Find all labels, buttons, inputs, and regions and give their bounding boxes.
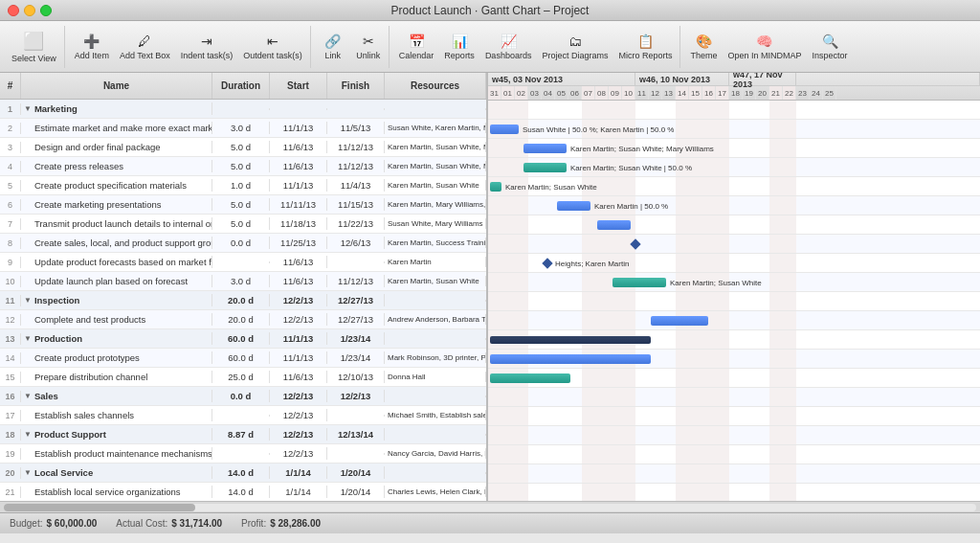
table-row[interactable]: 17Establish sales channels12/2/13Michael…	[0, 406, 486, 425]
table-row[interactable]: 14Create product prototypes60.0 d11/1/13…	[0, 349, 486, 368]
table-row[interactable]: 18▼Product Support8.87 d12/2/1312/13/14	[0, 425, 486, 444]
profit-status: Profit: $ 28,286.00	[241, 518, 321, 529]
gantt-day-cell: 09	[609, 86, 622, 100]
row-finish	[327, 108, 385, 110]
row-duration: 60.0 d	[212, 351, 270, 364]
row-name: Create marketing presentations	[21, 198, 212, 211]
gantt-day-cell: 05	[555, 86, 568, 100]
row-start: 11/1/13	[270, 122, 327, 134]
gantt-bar	[490, 124, 519, 134]
gantt-day-cell: 11	[635, 86, 649, 100]
toolbar-group-theme: 🎨 Theme 🧠 Open In MINDMAP 🔍 Inspector	[682, 26, 855, 68]
row-duration	[212, 453, 270, 455]
table-row[interactable]: 21Establish local service organizations1…	[0, 483, 486, 501]
main-content: # Name Duration Start Finish Resources 1…	[0, 73, 980, 501]
table-row[interactable]: 7Transmit product launch details to inte…	[0, 215, 486, 234]
theme-icon: 🎨	[696, 34, 712, 49]
row-resources: Karen Martin, Mary Williams, Projec...	[385, 199, 486, 210]
actual-cost-status: Actual Cost: $ 31,714.00	[116, 518, 222, 529]
micro-reports-button[interactable]: 📋 Micro Reports	[613, 28, 677, 66]
link-icon: 🔗	[324, 34, 341, 49]
row-name: ▼Marketing	[21, 102, 212, 115]
gantt-row	[488, 215, 980, 235]
row-finish: 12/27/13	[327, 313, 385, 326]
row-num: 2	[0, 123, 21, 134]
table-row[interactable]: 20▼Local Service14.0 d1/1/141/20/14	[0, 464, 486, 483]
row-start: 11/6/13	[270, 371, 327, 383]
row-num: 3	[0, 142, 21, 153]
table-row[interactable]: 1▼Marketing	[0, 100, 486, 119]
horizontal-scrollbar[interactable]	[0, 501, 980, 512]
open-mindmap-button[interactable]: 🧠 Open In MINDMAP	[723, 28, 806, 66]
row-num: 4	[0, 161, 21, 172]
indent-button[interactable]: ⇥ Indent task(s)	[176, 28, 238, 66]
link-button[interactable]: 🔗 Link	[316, 28, 350, 66]
row-finish: 11/22/13	[327, 217, 385, 230]
gantt-row	[488, 350, 980, 369]
row-name: Transmit product launch details to inter…	[21, 217, 212, 230]
table-row[interactable]: 3Design and order final package5.0 d11/6…	[0, 138, 486, 157]
theme-button[interactable]: 🎨 Theme	[685, 28, 722, 66]
scrollbar-thumb[interactable]	[4, 504, 195, 511]
row-duration: 3.0 d	[212, 275, 270, 287]
table-row[interactable]: 8Create sales, local, and product suppor…	[0, 234, 486, 253]
row-name: Create press releases	[21, 160, 212, 172]
table-row[interactable]: 15Prepare distribution channel25.0 d11/6…	[0, 368, 486, 387]
row-duration	[212, 108, 270, 110]
gantt-day-cell: 07	[582, 86, 595, 100]
gantt-day-cell: 10	[622, 86, 635, 100]
gantt-row	[488, 330, 980, 350]
row-resources: Andrew Anderson, Barbara Taylor, Ti Wils…	[385, 314, 486, 325]
table-row[interactable]: 2Estimate market and make more exact mar…	[0, 119, 486, 138]
row-start: 11/11/13	[270, 198, 327, 211]
row-finish: 1/20/14	[327, 486, 385, 498]
dashboards-button[interactable]: 📈 Dashboards	[480, 28, 537, 66]
add-item-icon: ➕	[83, 34, 100, 49]
table-row[interactable]: 13▼Production60.0 d11/1/131/23/14	[0, 329, 486, 349]
row-name: Update launch plan based on forecast	[21, 275, 212, 287]
row-finish: 12/10/13	[327, 371, 385, 383]
gantt-bar	[523, 163, 567, 172]
row-name: Create product specification materials	[21, 179, 212, 192]
close-button[interactable]	[8, 5, 19, 16]
outdent-button[interactable]: ⇤ Outdent task(s)	[238, 28, 307, 66]
table-row[interactable]: 6Create marketing presentations5.0 d11/1…	[0, 195, 486, 215]
maximize-button[interactable]	[40, 5, 52, 16]
row-name: Update product forecasts based on market…	[21, 256, 212, 268]
row-resources: Nancy Garcia, David Harris, Establ maint…	[385, 448, 486, 459]
add-item-button[interactable]: ➕ Add Item	[70, 28, 114, 66]
inspector-button[interactable]: 🔍 Inspector	[808, 28, 853, 66]
row-num: 14	[0, 352, 21, 364]
gantt-bar-label: Karen Martin | 50.0 %	[594, 201, 668, 210]
gantt-bar	[612, 278, 666, 287]
gantt-row: Karen Martin; Susan White | 50.0 %	[488, 158, 980, 177]
week-label-more	[796, 73, 980, 85]
table-row[interactable]: 11▼Inspection20.0 d12/2/1312/27/13	[0, 291, 486, 310]
table-row[interactable]: 10Update launch plan based on forecast3.…	[0, 272, 486, 291]
scrollbar-track	[4, 504, 976, 511]
minimize-button[interactable]	[24, 5, 35, 16]
row-start: 12/2/13	[270, 390, 327, 402]
reports-button[interactable]: 📊 Reports	[439, 28, 479, 66]
add-textbox-button[interactable]: 🖊 Add Text Box	[115, 28, 175, 66]
select-view-button[interactable]: ⬜ Select View	[7, 28, 61, 66]
table-row[interactable]: 4Create press releases5.0 d11/6/1311/12/…	[0, 157, 486, 176]
micro-reports-icon: 📋	[637, 34, 654, 49]
table-row[interactable]: 19Establish product maintenance mechanis…	[0, 444, 486, 464]
gantt-row	[488, 388, 980, 407]
table-row[interactable]: 16▼Sales0.0 d12/2/1312/2/13	[0, 387, 486, 406]
calendar-button[interactable]: 📅 Calendar	[394, 28, 439, 66]
project-diagrams-button[interactable]: 🗂 Project Diagrams	[537, 28, 612, 66]
table-row[interactable]: 9Update product forecasts based on marke…	[0, 253, 486, 272]
gantt-milestone	[542, 258, 552, 268]
unlink-button[interactable]: ✂ Unlink	[351, 28, 386, 66]
row-resources	[385, 434, 486, 436]
gantt-chart: w45, 03 Nov 2013 w46, 10 Nov 2013 w47, 1…	[488, 73, 980, 501]
row-num: 21	[0, 486, 21, 498]
row-num: 7	[0, 218, 21, 230]
table-row[interactable]: 5Create product specification materials1…	[0, 176, 486, 195]
row-resources: Donna Hall	[385, 372, 486, 382]
gantt-row: Susan White | 50.0 %; Karen Martin | 50.…	[488, 120, 980, 139]
window-controls[interactable]	[8, 5, 52, 16]
table-row[interactable]: 12Complete and test products20.0 d12/2/1…	[0, 310, 486, 329]
